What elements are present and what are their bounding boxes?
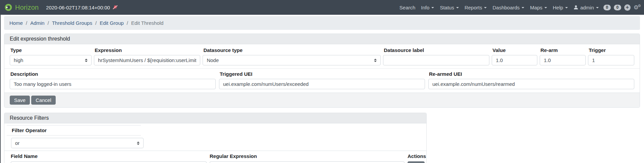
navbar-timestamp: 2020-06-02T17:08:14+00:00: [46, 5, 110, 10]
trigger-label: Trigger: [589, 47, 634, 53]
datasource-label-label: Datasource label: [384, 47, 489, 53]
nav-item-dashboards[interactable]: Dashboards: [492, 5, 524, 10]
caret-down-icon: [431, 7, 434, 8]
field-name-column-header: Field Name: [11, 153, 207, 159]
card-footer: Save Cancel: [4, 93, 640, 107]
nav-item-search[interactable]: Search: [399, 5, 416, 10]
breadcrumb-edit-group[interactable]: Edit Group: [100, 20, 124, 26]
nav-item-info[interactable]: Info: [421, 5, 434, 10]
rearm-label: Re-arm: [540, 47, 585, 53]
opennms-logo-icon[interactable]: [5, 4, 12, 11]
nav-item-status[interactable]: Status: [440, 5, 459, 10]
brand-horizon[interactable]: Horizon: [15, 4, 39, 11]
breadcrumb-separator: /: [127, 20, 128, 26]
select-updown-icon: [374, 59, 377, 62]
filter-operator-label: Filter Operator: [7, 125, 141, 135]
breadcrumb-separator: /: [95, 20, 97, 26]
select-updown-icon: [137, 142, 140, 145]
caret-down-icon: [544, 7, 547, 8]
breadcrumb-admin[interactable]: Admin: [30, 20, 45, 26]
nav-item-admin[interactable]: admin: [574, 5, 599, 10]
save-button[interactable]: Save: [10, 96, 30, 105]
datasource-label-input[interactable]: [383, 55, 489, 65]
nav-item-help[interactable]: Help: [553, 5, 568, 10]
breadcrumb-current: Edit Threshold: [131, 20, 163, 26]
breadcrumb-threshold-groups[interactable]: Threshold Groups: [52, 20, 92, 26]
window-edge: [0, 15, 1, 163]
caret-down-icon: [565, 7, 568, 8]
datasource-type-select[interactable]: Node: [203, 55, 381, 65]
regex-column-header: Regular Expression: [210, 153, 405, 159]
user-icon: [574, 5, 578, 10]
triggered-uei-label: Triggered UEI: [220, 71, 424, 77]
breadcrumb-separator: /: [26, 20, 27, 26]
description-input[interactable]: [10, 79, 216, 89]
triggered-uei-input[interactable]: [219, 79, 425, 89]
breadcrumb-home[interactable]: Home: [9, 20, 23, 26]
select-updown-icon: [85, 59, 88, 62]
edit-threshold-card: Edit expression threshold Type high Expr…: [4, 34, 640, 108]
rearmed-uei-label: Re-armed UEI: [429, 71, 634, 77]
resource-filters-card: Resource Filters Filter Operator or Fiel…: [4, 113, 427, 163]
caret-down-icon: [456, 7, 459, 8]
caret-down-icon: [484, 7, 487, 8]
nav-item-reports[interactable]: Reports: [465, 5, 487, 10]
datasource-type-label: Datasource type: [203, 47, 380, 53]
rearmed-uei-input[interactable]: [428, 79, 634, 89]
type-label: Type: [10, 47, 91, 53]
cogs-icon[interactable]: ⚙⚙: [634, 5, 639, 10]
notices-off-icon[interactable]: [113, 5, 118, 10]
notification-badge-1[interactable]: 0: [603, 5, 611, 10]
expression-input[interactable]: [94, 55, 200, 65]
trigger-input[interactable]: [588, 55, 634, 65]
resource-filters-title: Resource Filters: [4, 113, 426, 123]
field-name-input[interactable]: [11, 161, 207, 163]
notification-badge-2[interactable]: 0: [614, 5, 621, 10]
cancel-button[interactable]: Cancel: [31, 96, 56, 105]
regex-input[interactable]: [210, 161, 405, 163]
top-navbar: Horizon 2020-06-02T17:08:14+00:00 Search…: [0, 0, 644, 15]
breadcrumb: Home / Admin / Threshold Groups / Edit G…: [4, 16, 640, 30]
caret-down-icon: [522, 7, 524, 8]
rearm-input[interactable]: [540, 55, 586, 65]
navbar-menu: Search Info Status Reports Dashboards Ma…: [399, 5, 599, 10]
plus-circle-icon[interactable]: +: [624, 4, 631, 11]
card-title: Edit expression threshold: [4, 34, 640, 44]
caret-down-icon: [596, 7, 599, 8]
filter-table: Field Name Regular Expression Actions Ad…: [4, 151, 426, 163]
value-input[interactable]: [492, 55, 537, 65]
add-filter-button[interactable]: Add: [408, 161, 425, 163]
actions-column-header: Actions: [408, 153, 426, 159]
breadcrumb-separator: /: [48, 20, 49, 26]
filter-operator-select[interactable]: or: [11, 138, 144, 148]
type-select[interactable]: high: [10, 55, 92, 65]
description-label: Description: [10, 71, 215, 77]
expression-label: Expression: [95, 47, 200, 53]
nav-item-maps[interactable]: Maps: [530, 5, 547, 10]
value-label: Value: [492, 47, 537, 53]
